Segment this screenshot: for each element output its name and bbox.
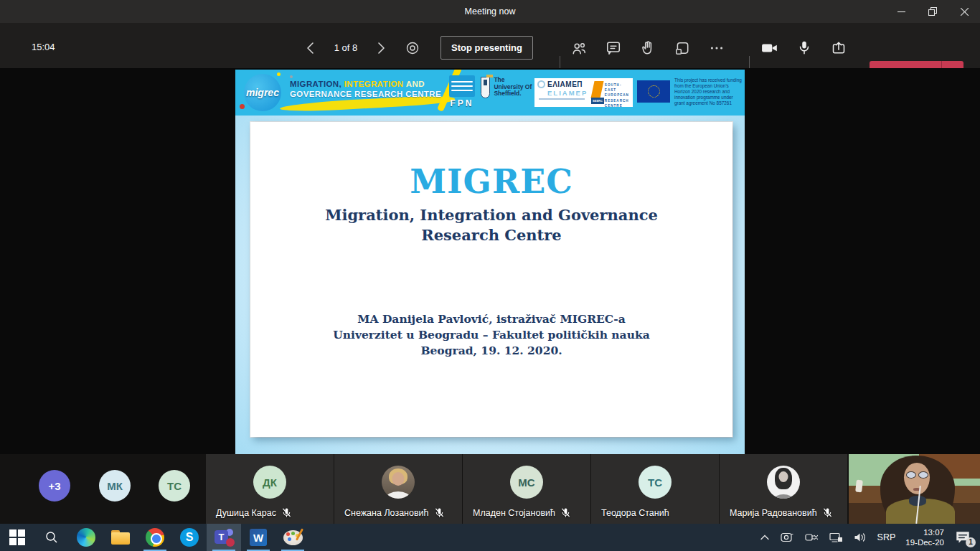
teams-notification-badge bbox=[226, 538, 235, 547]
search-icon bbox=[44, 530, 59, 545]
notification-count-badge: 1 bbox=[966, 537, 976, 547]
seerc-logo: SEERC SOUTH-EAST EUROPEAN RESEARCH CENTR… bbox=[588, 78, 633, 107]
chat-button[interactable] bbox=[603, 37, 624, 59]
participant-avatar-tc[interactable]: ТС bbox=[159, 470, 190, 501]
eye-icon bbox=[405, 40, 420, 56]
tray-expand-icon[interactable] bbox=[760, 534, 770, 541]
participant-name: Младен Стојановић bbox=[473, 508, 555, 518]
sheffield-logo: The University Of Sheffield. bbox=[481, 77, 535, 98]
participant-tile[interactable]: Марија Радовановић bbox=[720, 454, 847, 524]
eu-funding-text: This project has received funding from t… bbox=[674, 77, 744, 106]
logo-dot-red bbox=[240, 104, 245, 109]
share-screen-icon bbox=[831, 40, 847, 56]
meeting-stage: migrec MIGRATION, INTEGRATION AND GOVERN… bbox=[0, 68, 980, 454]
mic-muted-icon bbox=[560, 507, 571, 518]
window-controls bbox=[885, 0, 980, 23]
meeting-duration: 15:04 bbox=[32, 42, 55, 52]
slide-page: MIGREC Migration, Integration and Govern… bbox=[250, 122, 732, 437]
speaker-icon[interactable] bbox=[853, 532, 867, 543]
mic-muted-icon bbox=[822, 507, 833, 518]
participant-tile[interactable]: Снежана Лозановић bbox=[334, 454, 462, 524]
microphone-button[interactable] bbox=[793, 37, 815, 59]
participant-tile[interactable]: МС Младен Стојановић bbox=[463, 454, 590, 524]
participants-icon bbox=[571, 41, 587, 55]
breakout-rooms-button[interactable] bbox=[672, 37, 693, 59]
overflow-participants-badge[interactable]: +3 bbox=[39, 470, 70, 501]
avatar: МС bbox=[510, 466, 543, 499]
close-icon bbox=[961, 8, 969, 16]
taskbar-word-button[interactable]: W bbox=[241, 524, 275, 551]
participant-name: Душица Карас bbox=[216, 508, 276, 518]
action-center-button[interactable]: 1 bbox=[954, 529, 973, 545]
meeting-controls bbox=[568, 23, 727, 68]
taskbar-skype-button[interactable]: S bbox=[172, 524, 207, 551]
mic-muted-icon bbox=[281, 507, 292, 518]
edge-icon bbox=[77, 528, 95, 547]
device-controls bbox=[759, 23, 849, 68]
slide-subtitle: Migration, Integration and Governance Re… bbox=[250, 205, 732, 245]
chat-icon bbox=[606, 40, 621, 56]
window-titlebar: Meeting now bbox=[0, 0, 980, 23]
eliamep-emblem-icon bbox=[537, 80, 545, 88]
windows-logo-icon bbox=[9, 529, 25, 545]
logo-dot-yellow bbox=[277, 72, 281, 76]
taskbar-time: 13:07 bbox=[905, 527, 944, 537]
file-explorer-icon bbox=[111, 530, 130, 545]
taskbar-search-button[interactable] bbox=[34, 524, 69, 551]
participants-button[interactable] bbox=[568, 37, 590, 59]
window-title: Meeting now bbox=[465, 6, 516, 17]
participant-video-tile[interactable] bbox=[849, 454, 980, 524]
slide-background: MIGREC Migration, Integration and Govern… bbox=[235, 116, 745, 454]
taskbar-paint-button[interactable] bbox=[275, 524, 310, 551]
taskbar-clock[interactable]: 13:07 19-Dec-20 bbox=[905, 527, 944, 547]
participant-avatar-mk[interactable]: МК bbox=[99, 470, 131, 501]
participant-name: Марија Радовановић bbox=[730, 508, 817, 518]
microphone-on-icon bbox=[797, 40, 811, 56]
language-indicator[interactable]: SRP bbox=[877, 532, 896, 542]
next-slide-button[interactable] bbox=[370, 37, 392, 59]
mic-muted-icon bbox=[434, 507, 445, 518]
close-button[interactable] bbox=[948, 0, 980, 23]
word-icon: W bbox=[250, 529, 267, 546]
share-screen-button[interactable] bbox=[828, 37, 849, 59]
slide-page-indicator: 1 of 8 bbox=[331, 42, 360, 53]
more-actions-button[interactable] bbox=[706, 37, 727, 59]
participant-filmstrip: +3 МК ТС ДК Душица Карас Снежана Лозанов… bbox=[0, 454, 980, 524]
seerc-emblem-icon: SEERC bbox=[591, 81, 603, 104]
participant-name: Теодора Станић bbox=[601, 508, 669, 518]
chrome-icon bbox=[146, 528, 164, 547]
start-button[interactable] bbox=[0, 524, 34, 551]
meeting-toolbar: 15:04 1 of 8 Stop presenting bbox=[0, 23, 980, 68]
taskbar-chrome-button[interactable] bbox=[138, 524, 172, 551]
previous-slide-button[interactable] bbox=[300, 37, 321, 59]
teams-meeting-window: Meeting now 15:04 1 of 8 bbox=[0, 0, 980, 551]
restore-icon bbox=[928, 7, 937, 16]
participant-name: Снежана Лозановић bbox=[344, 508, 429, 518]
camera-button[interactable] bbox=[759, 37, 781, 59]
chevron-right-icon bbox=[375, 42, 387, 55]
stop-presenting-button[interactable]: Stop presenting bbox=[440, 36, 533, 60]
private-view-button[interactable] bbox=[402, 37, 423, 59]
fpn-logo: FPN bbox=[448, 75, 476, 108]
display-record-icon[interactable] bbox=[780, 532, 794, 543]
network-icon[interactable] bbox=[829, 532, 843, 543]
sheffield-crest-icon bbox=[481, 77, 490, 98]
taskbar-teams-button[interactable]: T bbox=[207, 524, 241, 551]
participant-tile[interactable]: ДК Душица Карас bbox=[206, 454, 334, 524]
raise-hand-button[interactable] bbox=[637, 37, 659, 59]
minimize-button[interactable] bbox=[885, 0, 917, 23]
avatar: ДК bbox=[253, 466, 286, 499]
avatar: ТС bbox=[639, 466, 672, 499]
restore-button[interactable] bbox=[917, 0, 948, 23]
breakout-rooms-icon bbox=[674, 40, 690, 56]
glasses bbox=[906, 471, 928, 479]
taskbar-file-explorer-button[interactable] bbox=[103, 524, 138, 551]
participant-tile[interactable]: ТС Теодора Станић bbox=[591, 454, 719, 524]
taskbar-edge-button[interactable] bbox=[69, 524, 103, 551]
more-actions-icon bbox=[709, 40, 725, 56]
logo-dot-gray bbox=[290, 75, 293, 78]
skype-icon: S bbox=[180, 528, 199, 547]
camera-on-icon bbox=[761, 41, 778, 55]
power-plug-icon[interactable] bbox=[804, 532, 819, 543]
eu-flag-icon bbox=[637, 80, 670, 103]
